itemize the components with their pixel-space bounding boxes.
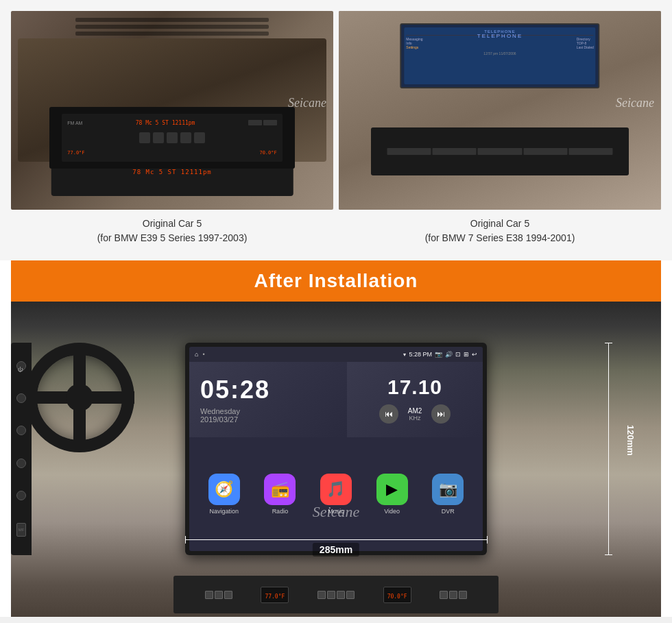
app-navigation[interactable]: 🧭 Navigation (208, 474, 240, 515)
car1-caption: Original Car 5 (for BMW E39 5 Series 199… (95, 210, 250, 255)
btn-power[interactable]: ⏻ (16, 361, 26, 371)
radio-icon: 📻 (264, 474, 296, 505)
android-unit: ⌂ • ▾ 5:28 PM 📷 🔊 ⊡ ⊞ ↩ (185, 343, 487, 555)
dim-vertical-top-tick (605, 343, 612, 343)
ctrl-btn-1[interactable] (205, 591, 213, 599)
android-screen: ⌂ • ▾ 5:28 PM 📷 🔊 ⊡ ⊞ ↩ (189, 347, 483, 551)
camera-icon: 📷 (435, 351, 442, 358)
status-bar: ⌂ • ▾ 5:28 PM 📷 🔊 ⊡ ⊞ ↩ (189, 347, 483, 362)
after-installation-image: ⏻ MF ⌂ • ▾ 5:28 PM (11, 302, 661, 617)
dim-vertical-line (608, 343, 609, 555)
ctrl-btn-2[interactable] (215, 591, 223, 599)
dim-horizontal-right-tick (487, 536, 488, 543)
bottom-controls-strip: 77.0°F 70.0°F (173, 576, 499, 613)
btn-home[interactable] (16, 393, 26, 403)
radio-controls: ⏮ AM2 KHz ⏭ (379, 404, 451, 424)
app-radio[interactable]: 📻 Radio (264, 474, 296, 515)
btn-vol-up[interactable] (16, 459, 26, 468)
car2-caption: Original Car 5 (for BMW 7 Series E38 199… (422, 210, 578, 255)
temp-display-1: 77.0°F (261, 587, 289, 603)
back-icon: ↩ (472, 351, 477, 358)
ctrl-group-1 (205, 591, 232, 599)
ctrl-btn-9[interactable] (449, 591, 457, 599)
navigation-label: Navigation (210, 508, 239, 515)
ctrl-group-2 (317, 591, 355, 599)
ctrl-btn-3[interactable] (224, 591, 232, 599)
top-images-row: FM AM 78 Mc 5 ST 12111pm (0, 0, 672, 255)
temp-display-2: 70.0°F (383, 587, 411, 603)
status-bar-icons: ▾ 5:28 PM 📷 🔊 ⊡ ⊞ ↩ (403, 351, 477, 358)
ctrl-btn-10[interactable] (459, 591, 467, 599)
btn-back[interactable] (16, 426, 26, 435)
ctrl-btn-4[interactable] (317, 591, 326, 599)
top-images-section: FM AM 78 Mc 5 ST 12111pm (0, 0, 672, 260)
dvr-icon: 📷 (432, 474, 464, 505)
app-dvr[interactable]: 📷 DVR (432, 474, 464, 515)
home-icon: ⌂ (195, 351, 198, 358)
volume-icon: 🔊 (445, 351, 453, 358)
dim-vertical-bottom-tick (605, 554, 612, 555)
dim-285-label: 285mm (313, 543, 359, 557)
music-icon: 🎵 (320, 474, 352, 505)
radio-next-btn[interactable]: ⏭ (431, 404, 451, 424)
ctrl-btn-5[interactable] (327, 591, 335, 599)
ctrl-group-3 (440, 591, 467, 599)
video-label: Video (384, 508, 400, 515)
radio-prev-btn[interactable]: ⏮ (379, 404, 398, 424)
status-time: 5:28 PM (409, 351, 432, 358)
info-row: 05:28 Wednesday 2019/03/27 17.10 ⏮ AM2 K… (189, 362, 483, 437)
side-buttons-left: ⏻ MF (11, 343, 32, 555)
ctrl-btn-7[interactable] (346, 591, 355, 599)
btn-vol-dn[interactable] (16, 491, 26, 500)
window2-icon: ⊞ (464, 351, 469, 358)
nav-dot-icon: • (202, 351, 204, 358)
clock-day: Wednesday (200, 407, 336, 415)
temp1-value: 77.0°F (265, 594, 285, 600)
status-bar-left: ⌂ • (195, 351, 205, 358)
wifi-icon: ▾ (403, 352, 406, 358)
radio-band-label: AM2 KHz (408, 407, 422, 422)
clock-time: 05:28 (200, 376, 336, 404)
app-music[interactable]: 🎵 Music (320, 474, 352, 515)
after-installation-banner: After Installation (11, 260, 661, 302)
car1-image: FM AM 78 Mc 5 ST 12111pm (11, 11, 333, 210)
video-icon: ▶ (376, 474, 408, 505)
radio-label: Radio (272, 508, 289, 515)
page-wrapper: FM AM 78 Mc 5 ST 12111pm (0, 0, 672, 617)
car2-block: TELEPHONE MessagingInfoSettings Director… (339, 11, 661, 255)
dim-horizontal-line (185, 539, 487, 540)
temp2-value: 70.0°F (387, 594, 407, 600)
dvr-label: DVR (442, 508, 455, 515)
car1-block: FM AM 78 Mc 5 ST 12111pm (11, 11, 333, 255)
radio-freq: 17.10 (387, 376, 442, 399)
ctrl-btn-6[interactable] (337, 591, 345, 599)
dim-120-label: 120mm (625, 425, 636, 456)
window-icon: ⊡ (455, 351, 461, 358)
banner-text: After Installation (254, 270, 418, 291)
ctrl-btn-8[interactable] (440, 591, 448, 599)
clock-date: 2019/03/27 (200, 415, 336, 424)
radio-block: 17.10 ⏮ AM2 KHz ⏭ (347, 362, 483, 437)
steering-wheel (25, 343, 134, 452)
app-video[interactable]: ▶ Video (376, 474, 408, 515)
dim-horizontal-left-tick (185, 536, 186, 543)
music-label: Music (328, 508, 344, 515)
car2-image: TELEPHONE MessagingInfoSettings Director… (339, 11, 661, 210)
navigation-icon: 🧭 (208, 474, 240, 505)
clock-block: 05:28 Wednesday 2019/03/27 (189, 362, 347, 437)
apps-row: 🧭 Navigation 📻 Radio 🎵 Music ▶ Video (189, 437, 483, 551)
